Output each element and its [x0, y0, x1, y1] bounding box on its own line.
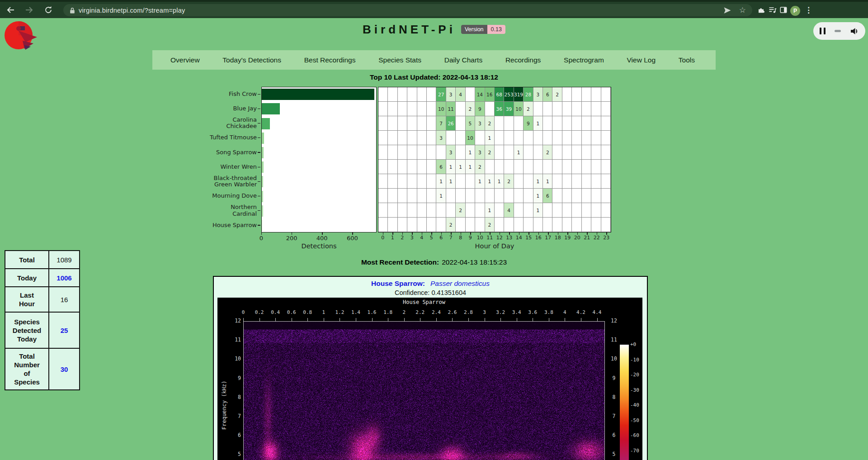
- nav-item-tools[interactable]: Tools: [679, 56, 695, 64]
- media-queue-icon[interactable]: [768, 5, 777, 14]
- forward-icon[interactable]: [24, 5, 34, 15]
- back-icon[interactable]: [5, 5, 16, 15]
- time-tick-mark: [436, 318, 437, 321]
- heatmap-cell: [572, 189, 581, 203]
- address-bar[interactable]: virginia.birdnetpi.com/?stream=play ☆: [63, 4, 752, 16]
- heatmap-cell: [552, 203, 562, 218]
- heatmap-cell: [378, 116, 388, 131]
- nav-item-spectrogram[interactable]: Spectrogram: [564, 56, 604, 64]
- heatmap-cell: 1: [543, 174, 552, 189]
- page-header: BirdNET-Pi Version 0.13: [0, 22, 868, 37]
- heatmap-cell: [591, 87, 601, 102]
- pause-icon[interactable]: [820, 28, 826, 34]
- heatmap-cell: [591, 116, 601, 131]
- audio-player[interactable]: [813, 22, 865, 40]
- freq-tick-label: 5: [227, 451, 241, 457]
- heatmap-cell: 2: [485, 116, 495, 131]
- nav-item-recordings[interactable]: Recordings: [505, 56, 541, 64]
- bar: [262, 176, 263, 187]
- summary-value[interactable]: 25: [49, 312, 80, 348]
- heatmap-cell: [572, 218, 581, 232]
- extensions-icon[interactable]: [757, 6, 765, 14]
- heatmap-cell: [504, 160, 514, 174]
- time-tick-label: 2.2: [411, 309, 429, 315]
- colorbar-tick-label: -30: [630, 387, 639, 393]
- heatmap-cell: [398, 218, 407, 232]
- heatmap-cell: [524, 145, 533, 160]
- time-tick-mark: [324, 318, 324, 321]
- detection-heatmap: 2734141668253319283621011293639102726532…: [378, 87, 611, 232]
- heatmap-cell: [427, 145, 436, 160]
- bar-xtick-label: 400: [311, 235, 333, 242]
- heatmap-cell: [552, 145, 562, 160]
- heatmap-cell: 1: [514, 145, 524, 160]
- send-icon[interactable]: [723, 6, 732, 15]
- colorbar-tick-label: +0: [630, 341, 636, 347]
- time-tick-mark: [517, 318, 517, 321]
- heatmap-cell: [504, 189, 514, 203]
- detection-title: House Sparrow:Passer domesticus: [214, 280, 647, 288]
- heatmap-cell: 6: [543, 189, 552, 203]
- profile-avatar[interactable]: P: [790, 6, 800, 16]
- volume-icon[interactable]: [850, 27, 859, 36]
- reload-icon[interactable]: [43, 5, 53, 15]
- heatmap-cell: [407, 131, 417, 145]
- colorbar-tick-label: -10: [630, 357, 639, 363]
- hour-tick-label: 1: [388, 235, 398, 241]
- nav-item-overview[interactable]: Overview: [170, 56, 200, 64]
- heatmap-cell: [417, 174, 427, 189]
- summary-label: Total Number of Species: [5, 348, 49, 390]
- heatmap-cell: [533, 160, 543, 174]
- nav-item-species-stats[interactable]: Species Stats: [378, 56, 421, 64]
- hour-tick-label: 17: [543, 235, 553, 241]
- heatmap-cell: 2: [543, 145, 552, 160]
- heatmap-cell: [388, 131, 397, 145]
- heatmap-cell: [601, 116, 611, 131]
- heatmap-cell: [398, 160, 407, 174]
- freq-tick-label: 7: [607, 413, 621, 419]
- time-tick-label: 1.4: [347, 309, 365, 315]
- nav-item-daily-charts[interactable]: Daily Charts: [444, 56, 482, 64]
- heatmap-cell: [524, 203, 533, 218]
- bar: [262, 133, 264, 144]
- heatmap-cell: [514, 203, 524, 218]
- seek-dash[interactable]: [835, 30, 841, 32]
- menu-icon[interactable]: ⋮: [805, 6, 812, 14]
- heatmap-cell: [427, 116, 436, 131]
- heatmap-cell: 3: [446, 87, 456, 102]
- axis-tick: [258, 167, 260, 167]
- heatmap-cell: 9: [475, 102, 485, 116]
- heatmap-cell: [388, 203, 397, 218]
- heatmap-cell: [582, 87, 591, 102]
- side-panel-icon[interactable]: [779, 6, 788, 14]
- bar: [262, 89, 374, 100]
- heatmap-cell: [427, 174, 436, 189]
- url-text[interactable]: virginia.birdnetpi.com/?stream=play: [79, 7, 185, 14]
- heatmap-cell: [562, 189, 572, 203]
- time-tick-label: 1.2: [330, 309, 349, 315]
- time-tick-label: 3.8: [540, 309, 558, 315]
- species-label: Mourning Dove: [191, 189, 257, 203]
- nav-item-today-s-detections[interactable]: Today's Detections: [222, 56, 281, 64]
- nav-item-best-recordings[interactable]: Best Recordings: [304, 56, 356, 64]
- summary-value[interactable]: 30: [49, 348, 80, 390]
- time-tick-label: 0.2: [250, 309, 269, 315]
- heatmap-cell: 1: [533, 189, 543, 203]
- summary-value[interactable]: 1006: [49, 269, 80, 287]
- hour-tick-label: 12: [495, 235, 505, 241]
- time-tick-mark: [259, 318, 260, 321]
- time-tick-mark: [307, 318, 308, 321]
- heatmap-cell: [407, 203, 417, 218]
- heatmap-cell: [514, 116, 524, 131]
- freq-tick-label: 6: [607, 432, 621, 438]
- heatmap-cell: [398, 145, 407, 160]
- version-value: 0.13: [487, 25, 505, 34]
- heatmap-cell: [446, 189, 456, 203]
- bookmark-star-icon[interactable]: ☆: [739, 6, 746, 14]
- bar-xaxis-label: Detections: [292, 242, 346, 250]
- heatmap-cell: [562, 102, 572, 116]
- heatmap-cell: [582, 102, 591, 116]
- heatmap-cell: [514, 160, 524, 174]
- heatmap-cell: [572, 160, 581, 174]
- nav-item-view-log[interactable]: View Log: [627, 56, 656, 64]
